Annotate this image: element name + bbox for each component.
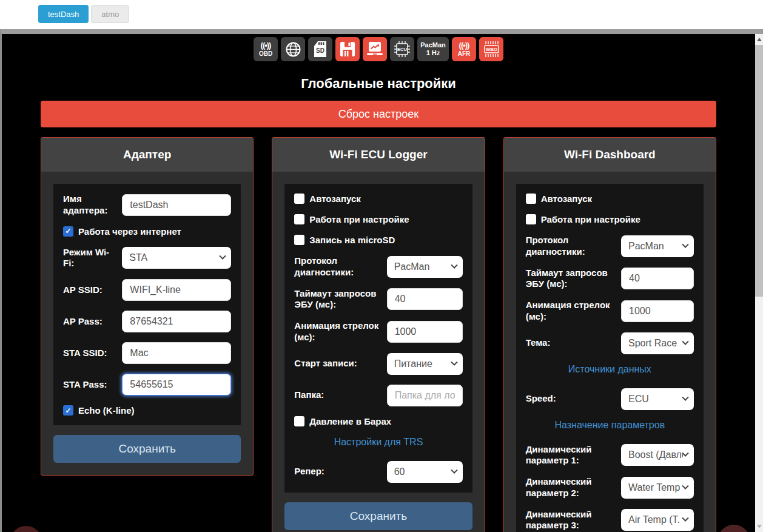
dashboard-speed-value: ECU — [628, 394, 683, 405]
toolbar-icon-chart[interactable] — [363, 37, 387, 61]
logger-folder-label: Папка: — [294, 389, 386, 401]
adapter-internet-label: Работа через интернет — [78, 226, 181, 237]
checkbox-echo-kline[interactable] — [63, 405, 73, 416]
dashboard-dyn2-select[interactable]: Water Temp (ОЖ) — [621, 477, 694, 499]
param-assignment-link[interactable]: Назначение параметров — [554, 420, 665, 430]
dashboard-timeout-input[interactable] — [621, 268, 694, 289]
logger-protocol-select[interactable]: PacMan — [387, 256, 463, 278]
scrollbar-thumb[interactable] — [755, 45, 763, 297]
checkbox-internet[interactable] — [63, 226, 73, 237]
adapter-echo-checkbox-row[interactable]: Echo (K-line) — [63, 405, 231, 416]
logger-pressure-checkbox-row[interactable]: Давление в Барах — [294, 416, 462, 426]
toolbar-icon-ecu[interactable]: ECU — [390, 37, 414, 61]
logger-protocol-value: PacMan — [394, 261, 452, 272]
page-title: Глобальные настройки — [2, 76, 755, 92]
settings-panels: Адаптер Имя адаптера: Работа через интер… — [41, 137, 716, 532]
dashboard-dyn1-value: Boost (Давление) — [628, 450, 683, 460]
dashboard-animation-input[interactable] — [621, 300, 694, 322]
logger-recstart-select[interactable]: Питание — [387, 353, 463, 375]
dashboard-configmode-label: Работа при настройке — [541, 214, 640, 224]
adapter-name-input[interactable] — [122, 194, 231, 216]
dashboard-theme-select[interactable]: Sport Race — [621, 332, 694, 354]
adapter-panel-title: Адаптер — [41, 138, 253, 172]
logger-timeout-input[interactable] — [387, 288, 463, 310]
toolbar-icon-pacman[interactable]: PacMan 1 Hz — [417, 37, 449, 61]
adapter-echo-label: Echo (K-line) — [78, 405, 135, 416]
dashboard-configmode-checkbox-row[interactable]: Работа при настройке — [526, 214, 694, 224]
dashboard-speed-select[interactable]: ECU — [621, 388, 694, 410]
toolbar-icon-save[interactable] — [335, 37, 360, 61]
afr-label: AFR — [458, 50, 471, 57]
dashboard-dyn3-select[interactable]: Air Temp (Т. воздуха) — [621, 509, 694, 531]
dashboard-dyn3-value: Air Temp (Т. воздуха) — [628, 514, 683, 525]
dashboard-dyn3-label: Динамический параметр 3: — [526, 509, 621, 532]
dashboard-dyn1-label: Динамический параметр 1: — [526, 444, 621, 467]
dashboard-dyn1-select[interactable]: Boost (Давление) — [621, 444, 694, 466]
ap-ssid-input[interactable] — [122, 279, 231, 301]
data-sources-link[interactable]: Источники данных — [568, 364, 651, 374]
tab-testdash[interactable]: testDash — [38, 5, 89, 23]
logger-autostart-checkbox-row[interactable]: Автозапуск — [294, 194, 462, 204]
dashboard-protocol-value: PacMan — [628, 241, 683, 252]
dashboard-protocol-select[interactable]: PacMan — [621, 235, 694, 257]
sd-label: SD — [316, 47, 324, 54]
logger-pressure-label: Давление в Барах — [309, 416, 391, 426]
logger-microsd-checkbox-row[interactable]: Запись на microSD — [294, 235, 462, 245]
vertical-scrollbar[interactable] — [755, 34, 763, 532]
toolbar-icon-wbo[interactable]: WBO — [479, 37, 503, 61]
wifi-mode-select[interactable]: STA — [122, 247, 231, 269]
toolbar-icon-globe[interactable] — [281, 37, 305, 61]
chevron-down-icon — [682, 338, 688, 345]
top-tab-bar: testDash atmo — [0, 0, 763, 29]
dashboard-autostart-checkbox-row[interactable]: Автозапуск — [526, 194, 694, 204]
checkbox-logger-microsd[interactable] — [294, 235, 304, 245]
checkbox-dashboard-configmode[interactable] — [526, 214, 536, 224]
wifi-broadcast-icon: ((•)) — [261, 41, 271, 50]
tab-atmo[interactable]: atmo — [91, 5, 129, 23]
dashboard-animation-label: Анимация стрелок (мс): — [526, 300, 621, 323]
sta-ssid-input[interactable] — [122, 342, 231, 364]
logger-recstart-label: Старт записи: — [294, 358, 386, 369]
sta-pass-label: STA Pass: — [63, 379, 122, 391]
ap-pass-input[interactable] — [122, 311, 231, 332]
checkbox-logger-configmode[interactable] — [294, 214, 304, 224]
dashboard-protocol-label: Протокол диагностики: — [526, 235, 621, 258]
logger-configmode-checkbox-row[interactable]: Работа при настройке — [294, 214, 462, 224]
trs-settings-link[interactable]: Настройки для TRS — [334, 437, 423, 447]
logger-reper-select[interactable]: 60 — [387, 461, 463, 483]
obd-label: OBD — [259, 50, 272, 57]
logger-animation-label: Анимация стрелок (мс): — [294, 320, 386, 343]
wifi-broadcast-icon: ((•)) — [459, 41, 469, 50]
adapter-save-button[interactable]: Сохранить — [53, 435, 241, 463]
logger-save-button[interactable]: Сохранить — [284, 502, 472, 530]
main-frame: ((•)) OBD SD — [0, 29, 763, 532]
adapter-fields-card: Имя адаптера: Работа через интернет Режи… — [53, 184, 241, 425]
decorative-circle-right — [718, 525, 750, 532]
chevron-down-icon — [682, 394, 688, 400]
scrollbar-up-arrow-icon[interactable] — [757, 38, 762, 41]
adapter-internet-checkbox-row[interactable]: Работа через интернет — [63, 226, 231, 237]
dashboard-autostart-label: Автозапуск — [541, 194, 592, 204]
checkbox-logger-pressure[interactable] — [294, 416, 304, 426]
scrollbar-down-arrow-icon[interactable] — [757, 525, 762, 528]
laptop-chart-icon — [366, 41, 383, 57]
logger-animation-input[interactable] — [387, 321, 463, 343]
sta-pass-input[interactable] — [122, 374, 231, 396]
checkbox-dashboard-autostart[interactable] — [526, 194, 536, 204]
checkbox-logger-autostart[interactable] — [294, 194, 304, 204]
reset-settings-button[interactable]: Сброс настроек — [41, 101, 716, 127]
logger-timeout-label: Таймаут запросов ЭБУ (мс): — [294, 288, 386, 311]
page-content: ((•)) OBD SD — [2, 34, 755, 532]
logger-folder-input[interactable] — [387, 385, 463, 406]
panel-ecu-logger: Wi-Fi ECU Logger Автозапуск Работа при н… — [272, 137, 485, 532]
wbo-chip-icon: WBO — [483, 41, 500, 58]
toolbar-icon-afr[interactable]: ((•)) AFR — [452, 37, 476, 61]
toolbar-icon-microsd[interactable]: SD — [308, 37, 332, 61]
wifi-mode-value: STA — [129, 252, 220, 263]
globe-icon — [285, 41, 301, 58]
toolbar-icon-obd[interactable]: ((•)) OBD — [254, 37, 278, 61]
dashboard-dyn2-value: Water Temp (ОЖ) — [628, 482, 683, 493]
dashboard-dyn2-label: Динамический параметр 2: — [526, 476, 621, 499]
pacman-label-line1: PacMan — [420, 41, 446, 49]
decorative-circle-left — [10, 526, 42, 532]
